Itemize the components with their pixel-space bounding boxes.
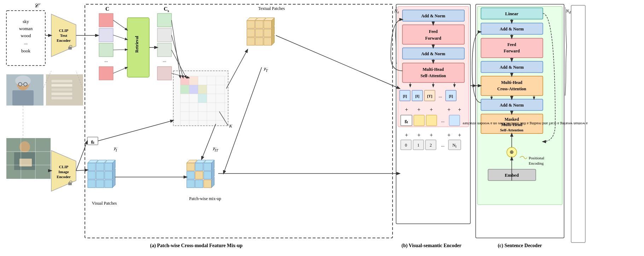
svg-text:Forward: Forward xyxy=(504,49,520,53)
svg-point-237 xyxy=(507,147,517,157)
svg-rect-111 xyxy=(195,163,203,171)
svg-marker-122 xyxy=(211,160,214,171)
svg-text:sky: sky xyxy=(23,19,29,24)
svg-rect-213 xyxy=(481,38,543,58)
svg-line-145 xyxy=(172,50,186,78)
svg-text:𝒱I: 𝒱I xyxy=(112,146,118,152)
svg-rect-211 xyxy=(481,23,543,34)
svg-text:Textual Patches: Textual Patches xyxy=(258,6,285,11)
svg-rect-246 xyxy=(571,5,585,243)
svg-text:+: + xyxy=(405,132,408,138)
svg-rect-43 xyxy=(85,4,393,238)
svg-marker-137 xyxy=(247,18,257,21)
svg-line-90 xyxy=(76,141,87,171)
svg-line-150 xyxy=(224,67,262,173)
svg-text:K: K xyxy=(229,123,233,129)
svg-text:Text: Text xyxy=(60,33,68,38)
svg-rect-206 xyxy=(477,6,562,205)
svg-rect-93 xyxy=(96,163,104,171)
svg-text:[I]: [I] xyxy=(449,94,453,98)
svg-line-147 xyxy=(226,50,248,89)
svg-text:...: ... xyxy=(104,58,108,63)
svg-text:CLIP: CLIP xyxy=(59,28,69,33)
svg-rect-23 xyxy=(51,88,72,91)
svg-text:[I]: [I] xyxy=(415,94,419,98)
svg-marker-103 xyxy=(105,160,115,163)
svg-rect-242 xyxy=(488,169,536,181)
svg-rect-130 xyxy=(264,21,272,28)
main-container: 𝒞 sky woman wood ... book CLIP Text Enco… xyxy=(0,0,644,256)
svg-rect-116 xyxy=(187,180,195,188)
svg-rect-218 xyxy=(481,76,543,96)
svg-text:Add & Norm: Add & Norm xyxy=(421,13,445,18)
svg-rect-188 xyxy=(426,115,437,126)
svg-text:C: C xyxy=(105,6,109,12)
svg-marker-124 xyxy=(211,177,214,188)
svg-text:...: ... xyxy=(441,118,445,123)
svg-text:...: ... xyxy=(163,58,166,63)
svg-rect-136 xyxy=(264,38,272,45)
svg-text:Masked: Masked xyxy=(505,117,519,122)
svg-text:+: + xyxy=(458,132,461,138)
svg-text:gI: gI xyxy=(91,139,94,144)
svg-line-85 xyxy=(219,112,228,126)
svg-text:1: 1 xyxy=(417,143,419,148)
svg-rect-92 xyxy=(88,163,95,171)
svg-text:Linear: Linear xyxy=(505,11,518,16)
svg-rect-72 xyxy=(198,94,207,103)
svg-text:(c) Sentence Decoder: (c) Sentence Decoder xyxy=(498,243,542,249)
svg-text:+: + xyxy=(458,107,461,113)
svg-rect-160 xyxy=(402,48,464,59)
svg-marker-119 xyxy=(187,160,197,163)
svg-rect-99 xyxy=(96,180,104,188)
svg-text:woman: woman xyxy=(19,26,33,31)
svg-line-108 xyxy=(76,170,88,171)
svg-rect-13 xyxy=(6,74,43,106)
svg-text:𝒱IT: 𝒱IT xyxy=(211,146,219,152)
svg-rect-52 xyxy=(127,18,149,77)
svg-rect-171 xyxy=(400,90,410,101)
svg-point-17 xyxy=(18,83,22,86)
svg-rect-196 xyxy=(401,140,411,150)
svg-text:⊕: ⊕ xyxy=(510,149,514,155)
svg-line-249 xyxy=(276,35,400,89)
svg-rect-46 xyxy=(99,13,113,27)
svg-text:Self-Attention: Self-Attention xyxy=(420,73,446,78)
svg-text:Cross-Attention: Cross-Attention xyxy=(497,86,526,91)
svg-text:NI: NI xyxy=(452,143,457,148)
svg-rect-21 xyxy=(51,80,72,83)
svg-rect-0 xyxy=(6,11,45,66)
svg-text:...: ... xyxy=(441,142,445,148)
svg-text:𝒞: 𝒞 xyxy=(34,2,40,9)
svg-text:Add & Norm: Add & Norm xyxy=(421,51,445,56)
svg-rect-152 xyxy=(398,6,469,127)
svg-rect-50 xyxy=(99,67,113,80)
svg-rect-69 xyxy=(180,85,189,94)
svg-line-27 xyxy=(76,71,83,90)
svg-rect-22 xyxy=(51,84,72,87)
svg-rect-216 xyxy=(481,61,543,73)
svg-rect-67 xyxy=(180,76,189,85)
svg-text:[T]: [T] xyxy=(427,94,433,98)
svg-rect-135 xyxy=(255,38,263,45)
svg-text:Encoder: Encoder xyxy=(57,175,71,179)
svg-marker-102 xyxy=(96,160,107,163)
svg-rect-71 xyxy=(198,85,207,94)
svg-marker-141 xyxy=(272,26,274,37)
svg-rect-59 xyxy=(157,13,172,27)
svg-point-14 xyxy=(17,76,29,90)
svg-marker-121 xyxy=(204,160,214,163)
svg-text:Feed: Feed xyxy=(507,42,516,47)
svg-marker-7 xyxy=(51,14,76,57)
svg-text:Multi-Head: Multi-Head xyxy=(501,80,522,85)
svg-rect-25 xyxy=(51,97,72,99)
svg-marker-101 xyxy=(88,160,98,163)
svg-rect-30 xyxy=(14,152,35,170)
svg-text:Add & Norm: Add & Norm xyxy=(500,27,524,32)
svg-line-89 xyxy=(98,120,173,141)
svg-rect-98 xyxy=(88,180,95,188)
svg-rect-96 xyxy=(96,171,104,179)
svg-rect-48 xyxy=(99,43,113,57)
svg-text:Self-Attention: Self-Attention xyxy=(500,128,523,132)
svg-rect-97 xyxy=(105,171,112,179)
